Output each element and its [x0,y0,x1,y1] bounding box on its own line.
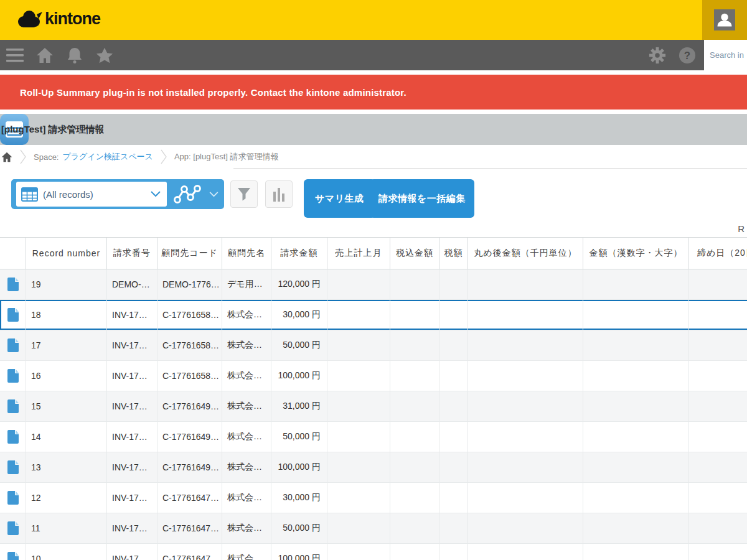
search-input[interactable] [704,40,747,70]
empty-cell [468,544,583,560]
header-cell[interactable]: 税込金額 [390,238,439,269]
empty-cell [390,361,439,391]
open-record-button[interactable] [0,361,26,391]
open-record-button[interactable] [0,391,26,421]
current-view-name: (All records) [43,189,151,200]
open-record-button[interactable] [0,544,26,560]
app-title: [plugTest] 請求管理情報 [1,114,105,145]
invoice-no-cell: INV-17… [107,452,157,482]
empty-cell [468,330,583,360]
empty-cell [689,269,747,299]
open-record-button[interactable] [0,513,26,543]
kintone-logo[interactable]: kintone [16,9,100,29]
amount-cell: 50,000 円 [271,422,327,452]
summary-generate-button[interactable]: サマリ生成 [304,179,375,218]
client-name-cell: 株式会… [222,422,271,452]
record-detail-icon [7,369,19,383]
empty-cell [390,513,439,543]
breadcrumb-space-link[interactable]: プラグイン検証スペース [62,151,153,162]
client-code-cell: C-17761658… [157,361,222,391]
client-code-cell: C-17761649… [157,422,222,452]
graph-menu-button[interactable] [167,184,224,204]
chart-button[interactable] [265,180,293,208]
record-detail-icon [7,430,19,444]
record-detail-icon [7,399,19,413]
empty-cell [439,483,468,513]
table-row: 10INV-17…C-17761647…株式会…100,000 円 [0,544,747,560]
hamburger-menu-icon[interactable] [6,47,24,64]
breadcrumb-separator-icon [160,147,167,166]
amount-cell: 30,000 円 [271,300,327,330]
empty-cell [390,269,439,299]
record-number-cell: 19 [26,269,107,299]
bulk-edit-button[interactable]: 請求情報を一括編集 [370,179,474,218]
invoice-no-cell: INV-17… [107,422,157,452]
user-menu[interactable] [702,0,747,40]
header-cell[interactable]: 請求金額 [271,238,327,269]
client-name-cell: 株式会… [222,391,271,421]
invoice-no-cell: DEMO-… [107,269,157,299]
invoice-no-cell: INV-17… [107,513,157,543]
favorites-star-icon[interactable] [96,47,113,64]
view-selector-group: (All records) [11,179,224,209]
open-record-button[interactable] [0,452,26,482]
header-cell[interactable]: 金額（漢数字・大字） [583,238,689,269]
amount-cell: 100,000 円 [271,544,327,560]
table-row: 18INV-17…C-17761658…株式会…30,000 円 [0,300,747,330]
header-cell[interactable]: 顧問先コード [157,238,222,269]
cloud-logo-icon [16,9,42,29]
record-number-cell: 17 [26,330,107,360]
header-cell[interactable]: 締め日（20日 [689,238,747,269]
nav-bar: ? [0,40,747,70]
client-code-cell: C-17761647… [157,513,222,543]
breadcrumb-home-icon[interactable] [1,152,12,162]
empty-cell [439,361,468,391]
settings-gear-icon[interactable] [649,47,666,64]
svg-text:?: ? [684,50,690,62]
empty-cell [327,544,390,560]
header-cell[interactable]: 売上計上月 [327,238,390,269]
record-list: Record number請求番号顧問先コード顧問先名請求金額売上計上月税込金額… [0,237,747,560]
table-row: 12INV-17…C-17761647…株式会…30,000 円 [0,483,747,513]
table-row: 19DEMO-…DEMO-1776…デモ用…120,000 円 [0,269,747,300]
record-number-cell: 10 [26,544,107,560]
empty-cell [327,483,390,513]
record-number-cell: 11 [26,513,107,543]
view-select-dropdown[interactable]: (All records) [16,182,167,207]
record-detail-icon [7,521,19,535]
open-record-button[interactable] [0,330,26,360]
client-name-cell: 株式会… [222,330,271,360]
open-record-button[interactable] [0,300,26,330]
empty-cell [390,483,439,513]
empty-cell [689,483,747,513]
empty-cell [327,391,390,421]
header-cell[interactable]: 税額 [439,238,468,269]
open-record-button[interactable] [0,269,26,299]
open-record-button[interactable] [0,483,26,513]
record-number-cell: 15 [26,391,107,421]
header-cell[interactable]: 請求番号 [107,238,157,269]
empty-cell [689,452,747,482]
table-row: 14INV-17…C-17761649…株式会…50,000 円 [0,422,747,452]
header-cell[interactable]: Record number [26,238,107,269]
record-number-cell: 14 [26,422,107,452]
home-icon[interactable] [36,47,54,64]
records-counter-clipped: R [738,223,745,234]
open-record-button[interactable] [0,422,26,452]
table-row: 11INV-17…C-17761647…株式会…50,000 円 [0,513,747,544]
amount-cell: 120,000 円 [271,269,327,299]
table-body: 19DEMO-…DEMO-1776…デモ用…120,000 円 18INV-17… [0,269,747,560]
client-code-cell: C-17761647… [157,544,222,560]
breadcrumb-space-label: Space: [34,152,59,162]
filter-button[interactable] [230,180,258,208]
record-number-cell: 13 [26,452,107,482]
header-cell[interactable]: 顧問先名 [222,238,271,269]
breadcrumb-app-item: App: [plugTest] 請求管理情報 [174,151,279,162]
notifications-bell-icon[interactable] [66,47,83,64]
header-cell[interactable]: 丸め後金額（千円単位） [468,238,583,269]
table-header: Record number請求番号顧問先コード顧問先名請求金額売上計上月税込金額… [0,237,747,269]
help-icon[interactable]: ? [679,47,696,64]
empty-cell [439,300,468,330]
empty-cell [439,544,468,560]
empty-cell [327,452,390,482]
